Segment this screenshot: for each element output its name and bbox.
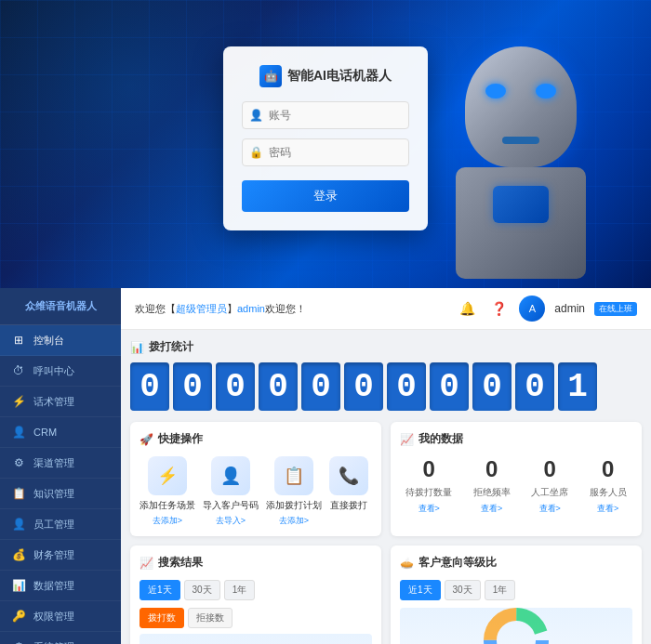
dashboard-icon: ⊞ (11, 333, 26, 348)
my-data-panel: 📈 我的数据 0 待拨打数量 查看> 0 拒绝频率 查看> (391, 422, 642, 536)
staff-icon: 👤 (11, 517, 26, 532)
chart-svg (140, 634, 326, 644)
robot-figure (418, 46, 623, 288)
sidebar-item-knowledge[interactable]: 📋 知识管理 (0, 479, 121, 509)
compare-tab-1year[interactable]: 1年 (485, 580, 516, 600)
compare-tab-30day[interactable]: 30天 (445, 580, 481, 600)
tab-30day[interactable]: 30天 (184, 580, 220, 600)
import-icon: 👤 (211, 456, 250, 495)
username-input[interactable] (242, 101, 409, 129)
user-icon: 👤 (249, 109, 263, 122)
staff-link[interactable]: 查看> (597, 503, 618, 515)
data-item-pending: 0 待拨打数量 查看> (405, 456, 452, 515)
robot-eye-left (485, 84, 506, 99)
digit-0: 0 (130, 362, 169, 411)
add-plan-icon: 📋 (274, 456, 313, 495)
quick-op-direct-call[interactable]: 📞 直接拨打 (329, 456, 368, 527)
sidebar-item-channel[interactable]: ⚙ 渠道管理 (0, 448, 121, 479)
compare-tabs: 近1天 30天 1年 (400, 580, 632, 600)
channel-icon: ⚙ (11, 455, 26, 470)
digit-5: 0 (344, 362, 383, 411)
agent-value: 0 (544, 456, 556, 482)
quick-ops-label: 快捷操作 (158, 431, 203, 447)
login-button[interactable]: 登录 (242, 180, 409, 212)
digit-7: 0 (430, 362, 469, 411)
reject-label: 拒绝频率 (473, 486, 511, 499)
sidebar-label-finance: 财务管理 (33, 548, 74, 562)
data-item-staff: 0 服务人员 查看> (590, 456, 627, 515)
sidebar-item-finance[interactable]: 💰 财务管理 (0, 540, 121, 571)
password-field-wrapper: 🔒 (242, 138, 409, 166)
call-icon: 📞 (329, 456, 368, 495)
password-input[interactable] (242, 138, 409, 166)
agent-link[interactable]: 查看> (539, 503, 561, 515)
welcome-text: 欢迎您【超级管理员】admin欢迎您！ (135, 302, 306, 316)
sidebar-item-auth[interactable]: 🔑 权限管理 (0, 601, 121, 632)
sidebar-label-dashboard: 控制台 (33, 334, 64, 348)
avatar[interactable]: A (519, 296, 545, 322)
quick-ops-title: 🚀 快捷操作 (140, 431, 372, 447)
main-content: 欢迎您【超级管理员】admin欢迎您！ 🔔 ❓ A admin 在线上班 📊 拨… (121, 288, 651, 644)
quick-op-import[interactable]: 👤 导入客户号码 去导入> (203, 456, 259, 527)
sidebar-label-sys: 系统管理 (33, 640, 74, 645)
sidebar-label-call-center: 呼叫中心 (33, 364, 74, 378)
bell-icon[interactable]: 🔔 (456, 297, 478, 320)
tab-1day[interactable]: 近1天 (140, 580, 180, 600)
add-scene-label: 添加任务场景 (140, 499, 195, 511)
digit-counter: 0 0 0 0 0 0 0 0 0 0 1 (130, 362, 642, 411)
topbar: 欢迎您【超级管理员】admin欢迎您！ 🔔 ❓ A admin 在线上班 (121, 288, 651, 330)
add-plan-label: 添加拨打计划 (266, 499, 322, 511)
sidebar-item-sys[interactable]: ⚙ 系统管理 (0, 632, 121, 644)
lock-icon: 🔒 (249, 146, 263, 159)
online-badge: 在线上班 (594, 302, 637, 316)
staff-label: 服务人员 (590, 486, 627, 499)
direct-call-link (348, 515, 351, 524)
sidebar-item-dashboard[interactable]: ⊞ 控制台 (0, 325, 121, 356)
pending-link[interactable]: 查看> (418, 503, 440, 515)
digit-10: 1 (558, 362, 597, 411)
quick-op-add-plan[interactable]: 📋 添加拨打计划 去添加> (266, 456, 322, 527)
quick-ops-list: ⚡ 添加任务场景 去添加> 👤 导入客户号码 去导入> 📋 添加拨打计划 (140, 456, 372, 527)
chart-icon: 📊 (130, 341, 144, 354)
reject-link[interactable]: 查看> (481, 503, 502, 515)
sidebar-item-staff[interactable]: 👤 员工管理 (0, 509, 121, 540)
call-result-label: 搜索结果 (158, 555, 203, 571)
hero-section: 🤖 智能AI电话机器人 👤 🔒 登录 (0, 0, 651, 288)
sidebar-item-crm[interactable]: 👤 CRM (0, 417, 121, 448)
sidebar-item-data[interactable]: 📊 数据管理 (0, 571, 121, 601)
reject-count-btn[interactable]: 拒接数 (188, 608, 232, 628)
sidebar-logo: 众维语音机器人 (0, 288, 121, 325)
sidebar-label-channel: 渠道管理 (33, 456, 74, 470)
login-title: 🤖 智能AI电话机器人 (242, 65, 409, 87)
rocket-icon: 🚀 (140, 433, 153, 446)
robot-icon: 🤖 (259, 65, 282, 87)
data-chart-icon: 📈 (400, 433, 414, 446)
call-center-icon: ⏱ (11, 363, 26, 378)
digit-6: 0 (387, 362, 426, 411)
quick-op-add-scene[interactable]: ⚡ 添加任务场景 去添加> (140, 456, 195, 527)
pie-icon: 🥧 (400, 557, 414, 570)
dial-count-btn[interactable]: 拨打数 (140, 608, 184, 628)
bottom-row: 📈 搜索结果 近1天 30天 1年 拨打数 拒接数 (130, 545, 642, 644)
compare-tab-1day[interactable]: 近1天 (400, 580, 441, 600)
crm-icon: 👤 (11, 425, 26, 440)
reject-value: 0 (485, 456, 498, 482)
add-scene-link[interactable]: 去添加> (153, 515, 182, 527)
username-field-wrapper: 👤 (242, 101, 409, 129)
middle-row: 🚀 快捷操作 ⚡ 添加任务场景 去添加> 👤 导入客户号码 去导入> (130, 422, 642, 536)
question-icon[interactable]: ❓ (487, 297, 510, 320)
customer-compare-panel: 🥧 客户意向等级比 近1天 30天 1年 (391, 545, 642, 644)
digit-4: 0 (301, 362, 340, 411)
sidebar-label-crm: CRM (33, 427, 57, 438)
pie-svg (400, 608, 632, 644)
import-link[interactable]: 去导入> (216, 515, 246, 527)
tab-1year[interactable]: 1年 (224, 580, 256, 600)
sidebar-item-task[interactable]: ⚡ 话术管理 (0, 387, 121, 417)
add-plan-link[interactable]: 去添加> (279, 515, 309, 527)
compare-chart (400, 608, 632, 644)
sidebar-item-call-center[interactable]: ⏱ 呼叫中心 (0, 356, 121, 387)
add-scene-icon: ⚡ (148, 456, 187, 495)
pending-value: 0 (423, 456, 435, 482)
dashboard: 众维语音机器人 ⊞ 控制台 ⏱ 呼叫中心 ⚡ 话术管理 👤 CRM ⚙ 渠道管理… (0, 288, 651, 644)
login-title-text: 智能AI电话机器人 (287, 68, 392, 85)
